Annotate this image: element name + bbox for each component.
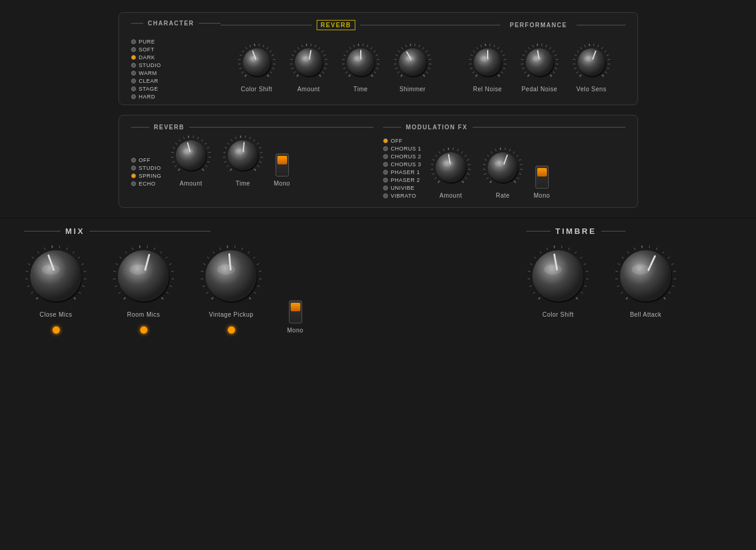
radio-item-studio[interactable]: STUDIO xyxy=(131,62,216,68)
svg-point-309 xyxy=(118,250,169,302)
radio-item-soft[interactable]: SOFT xyxy=(131,47,216,53)
knob-svg-rate[interactable] xyxy=(482,146,524,189)
radio-dot xyxy=(131,79,136,83)
toggle-switch-mono[interactable] xyxy=(276,154,289,176)
toggle-switch-mono[interactable] xyxy=(289,300,302,323)
svg-line-159 xyxy=(607,59,610,60)
knob-svg-velo-sens[interactable] xyxy=(572,42,612,82)
svg-line-266 xyxy=(27,286,30,286)
knob-svg-shimmer[interactable] xyxy=(393,42,433,82)
svg-line-222 xyxy=(435,155,437,156)
svg-line-59 xyxy=(367,45,368,47)
svg-point-142 xyxy=(532,56,541,62)
knob-svg-color-shift[interactable] xyxy=(526,244,590,308)
svg-line-206 xyxy=(259,147,262,149)
radio-item-echo[interactable]: ECHO xyxy=(131,181,162,187)
knob-svg-color-shift[interactable] xyxy=(237,42,277,82)
radio-item-stage[interactable]: STAGE xyxy=(131,86,216,92)
radio-item-off[interactable]: OFF xyxy=(131,157,162,163)
svg-line-82 xyxy=(415,44,415,46)
radio-item-chorus-1[interactable]: CHORUS 1 xyxy=(383,146,422,152)
svg-line-28 xyxy=(290,59,292,60)
svg-line-124 xyxy=(521,59,523,60)
svg-line-80 xyxy=(405,45,407,47)
svg-point-262 xyxy=(494,161,505,167)
radio-label: STAGE xyxy=(139,86,158,92)
knob-svg-rel-noise[interactable] xyxy=(468,42,508,82)
svg-point-93 xyxy=(399,48,427,76)
radio-item-off[interactable]: OFF xyxy=(383,138,422,144)
radio-label: DARK xyxy=(139,54,155,60)
svg-line-224 xyxy=(444,149,445,151)
radio-dot xyxy=(131,63,136,68)
svg-line-26 xyxy=(291,68,294,68)
svg-line-29 xyxy=(291,55,294,56)
svg-point-45 xyxy=(295,48,323,76)
svg-point-165 xyxy=(578,48,606,76)
svg-line-39 xyxy=(325,59,327,60)
svg-line-37 xyxy=(321,51,323,52)
radio-item-univibe[interactable]: UNIVIBE xyxy=(383,185,422,191)
toggle-group-mono: Mono xyxy=(534,166,550,199)
radio-item-phaser-2[interactable]: PHASER 2 xyxy=(383,177,422,183)
svg-line-197 xyxy=(225,147,227,149)
svg-line-257 xyxy=(519,173,522,174)
svg-line-353 xyxy=(584,286,587,286)
radio-dot xyxy=(131,166,136,170)
radio-dot xyxy=(131,39,136,44)
radio-dot xyxy=(383,146,388,151)
knob-group-close-mics: Close Mics xyxy=(24,244,88,334)
svg-line-72 xyxy=(401,75,402,77)
svg-line-322 xyxy=(234,245,235,248)
radio-item-chorus-2[interactable]: CHORUS 2 xyxy=(383,154,422,160)
svg-line-78 xyxy=(398,51,399,52)
svg-line-223 xyxy=(439,152,440,154)
svg-line-215 xyxy=(244,143,244,152)
svg-line-299 xyxy=(154,248,155,250)
knob-svg-time[interactable] xyxy=(222,134,264,176)
knob-svg-amount[interactable] xyxy=(430,146,472,189)
svg-line-183 xyxy=(208,152,211,153)
svg-line-24 xyxy=(297,75,299,77)
svg-line-79 xyxy=(401,47,402,49)
svg-line-209 xyxy=(259,161,262,162)
radio-item-spring[interactable]: SPRING xyxy=(131,173,162,179)
knob-svg-vintage-pickup[interactable] xyxy=(199,244,263,308)
svg-point-190 xyxy=(183,149,193,155)
svg-line-233 xyxy=(467,173,470,174)
radio-item-dark[interactable]: DARK xyxy=(131,54,216,60)
svg-line-31 xyxy=(297,47,299,49)
svg-line-178 xyxy=(193,135,194,138)
knob-svg-close-mics[interactable] xyxy=(24,244,88,308)
svg-line-180 xyxy=(201,140,202,141)
knob-svg-amount[interactable] xyxy=(170,134,212,176)
radio-item-hard[interactable]: HARD xyxy=(131,94,216,100)
knob-svg-amount[interactable] xyxy=(289,42,329,82)
radio-item-vibrato[interactable]: VIBRATO xyxy=(383,193,422,199)
svg-line-196 xyxy=(223,152,225,153)
knob-svg-pedal-noise[interactable] xyxy=(520,42,560,82)
knob-label-amount: Amount xyxy=(439,192,462,199)
svg-line-272 xyxy=(44,248,45,250)
svg-line-345 xyxy=(554,245,555,248)
knob-svg-room-mics[interactable] xyxy=(112,244,175,308)
knob-svg-bell-attack[interactable] xyxy=(614,244,677,308)
radio-item-chorus-3[interactable]: CHORUS 3 xyxy=(383,161,422,167)
radio-item-pure[interactable]: PURE xyxy=(131,39,216,45)
knob-group-time: Time xyxy=(341,42,381,92)
svg-line-129 xyxy=(537,44,538,46)
svg-line-86 xyxy=(427,55,430,56)
radio-dot xyxy=(383,162,388,167)
radio-item-clear[interactable]: CLEAR xyxy=(131,78,216,84)
svg-line-66 xyxy=(374,72,376,73)
svg-line-374 xyxy=(671,264,674,265)
radio-item-studio[interactable]: STUDIO xyxy=(131,165,162,171)
toggle-switch-mono[interactable] xyxy=(535,166,549,189)
radio-item-warm[interactable]: WARM xyxy=(131,70,216,76)
radio-item-phaser-1[interactable]: PHASER 1 xyxy=(383,169,422,175)
knob-svg-time[interactable] xyxy=(341,42,381,82)
svg-line-324 xyxy=(248,251,249,253)
radio-label: HARD xyxy=(139,94,156,100)
svg-line-177 xyxy=(189,135,189,138)
svg-line-15 xyxy=(273,59,275,60)
